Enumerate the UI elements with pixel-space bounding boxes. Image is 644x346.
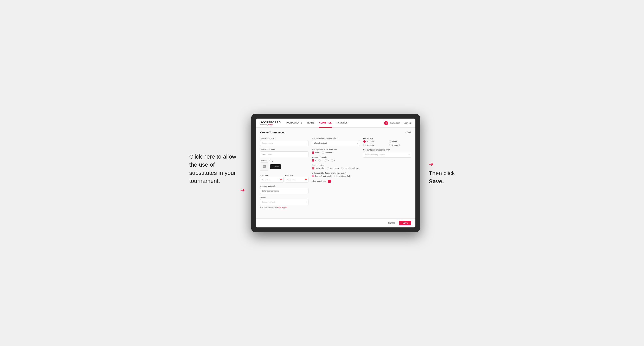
nav-teams[interactable]: TEAMS (306, 119, 315, 128)
logo-scoreboard: SCOREBOARD (260, 121, 280, 124)
format-other-label: Other (392, 140, 397, 143)
nav-tournaments[interactable]: TOURNAMENTS (286, 119, 302, 128)
save-button[interactable]: Save (399, 221, 411, 225)
outer-wrapper: Click here to allow the use of substitut… (8, 114, 636, 232)
scoring-match-radio[interactable] (327, 167, 329, 170)
sponsor-label: Sponsor (optional) (260, 185, 308, 187)
rounds-radio-group: 1 2 3 (312, 159, 360, 162)
scoring-service-select[interactable]: Select a scoring service ▾ (363, 152, 411, 158)
rounds-1[interactable]: 1 (312, 159, 316, 162)
scoring-service-placeholder: Select a scoring service (365, 154, 385, 156)
gender-group: Which gender is the event for? Mens Wome… (312, 149, 360, 154)
end-date-placeholder: Pick a date (286, 179, 295, 181)
scoring-stroke-label: Stroke Play (315, 167, 324, 169)
rounds-4-label: 4 (334, 159, 335, 162)
tournament-host-placeholder: Search team (262, 142, 272, 144)
gender-mens[interactable]: Mens (312, 151, 320, 154)
team-teams[interactable]: Teams (+Individuals) (312, 175, 332, 177)
team-individuals-radio[interactable] (334, 175, 337, 177)
scoring-radio-group: Stroke Play Match Play Medal Match Play (312, 167, 360, 170)
format-6count5[interactable]: 6 count 5 (389, 144, 412, 146)
end-date-group: End date Pick a date 📅 (285, 173, 308, 183)
scoring-api-label: Use third-party live scoring API? (363, 149, 411, 151)
rounds-3-radio[interactable] (324, 159, 327, 162)
venue-input[interactable]: Search golf club ▾ (260, 199, 308, 205)
start-date-calendar-icon: 📅 (280, 179, 282, 181)
gender-mens-radio[interactable] (312, 151, 314, 154)
format-5count4[interactable]: 5 count 4 (363, 140, 386, 143)
start-date-input[interactable]: Pick a date 📅 (260, 177, 284, 183)
format-type-label: Format type (363, 137, 411, 139)
team-radio-group: Teams (+Individuals) Individuals Only (312, 175, 360, 177)
team-individuals-label: Is this event for Teams and/or Individua… (312, 172, 360, 174)
gender-radio-group: Mens Womens (312, 151, 360, 154)
right-arrow-icon: ➜ (429, 161, 434, 168)
nav-bar: SCOREBOARD Powered by clippd TOURNAMENTS… (256, 119, 416, 128)
nav-rankings[interactable]: RANKINGS (336, 119, 348, 128)
rounds-1-radio[interactable] (312, 159, 314, 162)
gender-womens[interactable]: Womens (322, 151, 332, 154)
format-6count4-radio[interactable] (363, 144, 366, 146)
format-6count5-label: 6 count 5 (392, 144, 400, 146)
right-annotation-text: Then click Save. (429, 169, 455, 185)
rounds-group: Number of rounds 1 2 (312, 156, 360, 162)
left-arrow-icon: ➜ (240, 187, 245, 193)
rounds-1-label: 1 (315, 159, 316, 162)
sponsor-input[interactable] (260, 188, 308, 194)
scoring-stroke[interactable]: Stroke Play (312, 167, 324, 170)
tournament-host-group: Tournament Host Search team ▾ (260, 137, 308, 146)
format-type-group: Format type 5 count 4 Other (363, 137, 411, 146)
rounds-4-radio[interactable] (331, 159, 334, 162)
scoring-stroke-radio[interactable] (312, 167, 314, 170)
rounds-2[interactable]: 2 (318, 159, 322, 162)
allow-subs-checkbox[interactable]: ✓ (328, 180, 331, 183)
rounds-3-label: 3 (328, 159, 329, 162)
scoring-medal-radio[interactable] (341, 167, 344, 170)
back-button[interactable]: < Back (405, 131, 412, 134)
allow-subs-checkbox-item[interactable]: Allow substitutes? ✓ (312, 180, 360, 183)
division-dropdown-arrow: ▾ (357, 142, 358, 144)
end-date-input[interactable]: Pick a date 📅 (285, 177, 308, 183)
start-date-placeholder: Pick a date (262, 179, 270, 181)
division-label: Which division is the event for? (312, 137, 360, 139)
form-footer: Cancel Save (256, 218, 416, 227)
sign-out-link[interactable]: Sign out (404, 122, 412, 124)
scoring-medal-match[interactable]: Medal Match Play (341, 167, 359, 170)
division-value: NCAA Division I (314, 142, 327, 144)
team-individuals-only[interactable]: Individuals Only (334, 175, 351, 177)
team-teams-label: Teams (+Individuals) (315, 175, 332, 177)
format-6count5-radio[interactable] (389, 144, 392, 146)
scoring-match[interactable]: Match Play (327, 167, 339, 170)
rounds-4[interactable]: 4 (331, 159, 335, 162)
user-name: blair admin (390, 122, 400, 124)
tournament-name-input[interactable] (260, 151, 308, 157)
scoring-system-label: Scoring system (312, 164, 360, 166)
division-select[interactable]: NCAA Division I ▾ (312, 140, 360, 146)
gender-mens-label: Mens (315, 152, 320, 154)
rounds-2-radio[interactable] (318, 159, 321, 162)
cancel-button[interactable]: Cancel (386, 221, 397, 225)
form-col-2: Which division is the event for? NCAA Di… (312, 137, 360, 208)
format-other[interactable]: Other (389, 140, 412, 143)
nav-committee[interactable]: COMMITTEE (319, 119, 332, 128)
rounds-2-label: 2 (322, 159, 322, 162)
logo-area: SCOREBOARD Powered by clippd (260, 121, 280, 125)
start-date-group: Start date Pick a date 📅 (260, 173, 284, 183)
venue-email-support-link[interactable]: email support (277, 207, 287, 208)
format-6count4[interactable]: 6 count 4 (363, 144, 386, 146)
gender-womens-radio[interactable] (322, 151, 324, 154)
venue-hint: Can't find your venue? email support (260, 207, 308, 208)
division-group: Which division is the event for? NCAA Di… (312, 137, 360, 146)
tablet-device: SCOREBOARD Powered by clippd TOURNAMENTS… (251, 114, 420, 232)
page-header: Create Tournament < Back (260, 131, 411, 134)
format-5count4-radio[interactable] (363, 140, 366, 143)
rounds-3[interactable]: 3 (324, 159, 329, 162)
tournament-host-input[interactable]: Search team ▾ (260, 140, 308, 146)
team-teams-radio[interactable] (312, 175, 314, 177)
upload-button[interactable]: Upload (270, 164, 281, 169)
logo-upload-area: 🖼 Upload (260, 163, 308, 171)
tournament-host-label: Tournament Host (260, 137, 308, 139)
page-content: Create Tournament < Back Tournament Host… (256, 128, 416, 218)
tournament-logo-label: Tournament logo (260, 160, 308, 162)
format-other-radio[interactable] (389, 140, 392, 143)
